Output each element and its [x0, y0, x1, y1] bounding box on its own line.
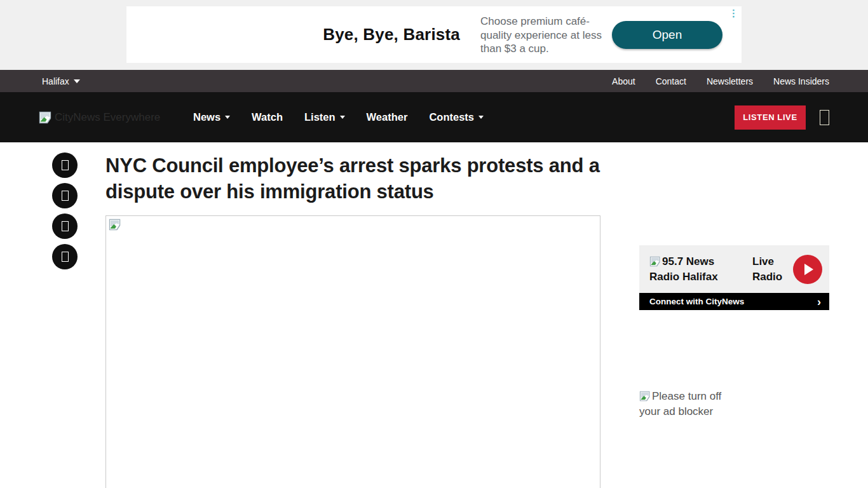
chevron-down-icon — [478, 116, 484, 119]
broken-image-icon — [39, 111, 53, 124]
play-icon — [804, 264, 813, 275]
broken-image-icon — [639, 391, 651, 402]
utility-link-newsletters[interactable]: Newsletters — [707, 76, 753, 86]
play-button[interactable] — [793, 255, 822, 284]
ad-strip: Bye, Bye, Barista Choose premium café-qu… — [0, 0, 868, 70]
main-nav: CityNews Everywhere News Watch Listen We… — [0, 92, 868, 142]
share-button[interactable] — [52, 214, 78, 239]
ad-headline: Bye, Bye, Barista — [126, 6, 460, 63]
radio-widget[interactable]: 95.7 News Radio Halifax Live Radio — [639, 245, 829, 293]
nav-item-weather[interactable]: Weather — [367, 111, 408, 123]
nav-item-label: Weather — [367, 111, 408, 123]
connect-label: Connect with CityNews — [649, 297, 744, 306]
connect-with-citynews-bar[interactable]: Connect with CityNews › — [639, 293, 829, 310]
utility-link-contact[interactable]: Contact — [656, 76, 686, 86]
share-button[interactable] — [52, 183, 78, 208]
missing-glyph-icon — [62, 221, 69, 231]
nav-item-label: Listen — [304, 111, 336, 123]
chevron-down-icon — [74, 79, 80, 83]
citynews-logo[interactable]: CityNews Everywhere — [39, 111, 187, 124]
logo-alt-text: CityNews Everywhere — [55, 111, 160, 124]
broken-image-icon — [649, 256, 661, 267]
utility-link-news-insiders[interactable]: News Insiders — [773, 76, 829, 86]
ad-options-icon[interactable]: ⋮ — [729, 8, 738, 18]
article-headline: NYC Council employee’s arrest sparks pro… — [105, 152, 614, 205]
radio-station-name: 95.7 News Radio Halifax — [649, 254, 746, 285]
adblock-message-text: Please turn off your ad blocker — [639, 390, 721, 417]
missing-glyph-icon — [62, 252, 69, 262]
nav-item-label: Contests — [429, 111, 474, 123]
share-button[interactable] — [52, 244, 78, 269]
chevron-right-icon: › — [817, 296, 821, 308]
ad-description: Choose premium café-quality experience a… — [480, 15, 615, 56]
chevron-down-icon — [340, 116, 345, 119]
search-icon[interactable] — [820, 110, 829, 125]
utility-nav: Halifax About Contact Newsletters News I… — [0, 70, 868, 92]
chevron-down-icon — [225, 116, 230, 119]
utility-links: About Contact Newsletters News Insiders — [612, 76, 829, 86]
share-button[interactable] — [52, 152, 78, 178]
missing-glyph-icon — [62, 160, 69, 170]
location-picker[interactable]: Halifax — [42, 76, 80, 86]
location-label: Halifax — [42, 76, 69, 86]
live-radio-label: Live Radio — [752, 254, 793, 285]
nav-item-listen[interactable]: Listen — [304, 111, 345, 123]
listen-live-button[interactable]: LISTEN LIVE — [735, 105, 806, 130]
nav-item-label: Watch — [252, 111, 283, 123]
nav-item-news[interactable]: News — [193, 111, 230, 123]
nav-item-label: News — [193, 111, 220, 123]
utility-link-about[interactable]: About — [612, 76, 635, 86]
article-image-placeholder — [105, 215, 600, 488]
nav-item-watch[interactable]: Watch — [252, 111, 283, 123]
ad-open-button[interactable]: Open — [612, 21, 722, 49]
share-rail — [52, 152, 78, 269]
ad-banner[interactable]: Bye, Bye, Barista Choose premium café-qu… — [126, 6, 742, 63]
main-nav-items: News Watch Listen Weather Contests — [193, 111, 484, 123]
adblock-message: Please turn off your ad blocker — [639, 389, 729, 419]
missing-glyph-icon — [62, 191, 69, 201]
broken-image-icon — [109, 219, 122, 231]
nav-item-contests[interactable]: Contests — [429, 111, 484, 123]
